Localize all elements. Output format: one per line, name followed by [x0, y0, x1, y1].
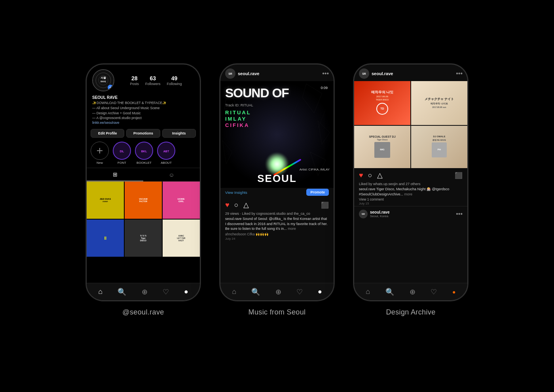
share-icon-3[interactable]: △: [377, 171, 383, 180]
post-thumb-3[interactable]: HOMEGIRL: [163, 182, 200, 219]
more-options-icon[interactable]: •••: [322, 70, 329, 77]
promote-button[interactable]: Promote: [306, 189, 329, 196]
story-highlights: New DL FONT BKL BOOKLET: [87, 140, 200, 168]
artist-list: RITUAL IMLAY CIFIKA: [225, 110, 251, 128]
add-nav-icon[interactable]: ⊕: [142, 288, 148, 296]
svg-marker-16: [310, 152, 326, 175]
heart-nav-icon-2[interactable]: ♡: [296, 288, 303, 296]
phone3-frame: SR seoul.rave ••• 매차우의 나잇 2017.08.06 TIG…: [353, 64, 468, 301]
thumb-img-4: II: [87, 220, 124, 257]
post-thumb-1[interactable]: ZED DIASEVENT: [87, 182, 124, 219]
edit-profile-button[interactable]: Edit Profile: [91, 129, 124, 138]
promotions-button[interactable]: Promotions: [126, 129, 160, 138]
svg-text:ABT: ABT: [163, 150, 169, 153]
artist-ritual: RITUAL: [225, 110, 251, 116]
bio-line3: — Design Archive + Good Music: [92, 111, 194, 116]
view-insights-link[interactable]: View Insights: [225, 190, 247, 195]
phone3-post-header: SR seoul.rave •••: [354, 64, 467, 81]
comment-icon-3[interactable]: ○: [368, 171, 372, 180]
following-stat: 49 Following: [167, 75, 182, 86]
next-post-header: SR seoul.rave Seoul, Korea •••: [359, 210, 463, 218]
post-thumb-2[interactable]: VACUUMFACTOR: [125, 182, 162, 219]
phone2-username: seoul.rave: [238, 71, 259, 76]
profile-nav-icon-3[interactable]: ●: [452, 289, 455, 295]
profile-nav-icon-2[interactable]: ●: [318, 288, 322, 296]
post-thumb-5[interactable]: Ti Ti TiTigerDISCO: [125, 220, 162, 257]
phone2-wrapper: SR seoul.rave •••: [220, 64, 334, 316]
about-highlight[interactable]: ABT ABOUT: [157, 142, 175, 165]
font-highlight[interactable]: DL FONT: [113, 142, 131, 165]
more-options-icon-3[interactable]: •••: [456, 70, 463, 77]
post-thumb-6[interactable]: ANNCLET YERHAZY: [163, 220, 200, 257]
likes-text: · Liked by cognoscenti.studio and the_ca…: [240, 212, 310, 216]
followers-count: 63: [150, 75, 156, 81]
profile-nav-icon[interactable]: ●: [184, 288, 188, 296]
comment-icon[interactable]: ○: [234, 201, 239, 209]
font-highlight-label: FONT: [118, 161, 126, 165]
phone1-wrapper: 서울 RAVE + 28 Posts: [86, 64, 201, 316]
next-post-dots[interactable]: •••: [456, 210, 463, 218]
phone2-label: Music from Seoul: [249, 308, 306, 316]
next-post-username: seoul.rave: [370, 210, 389, 214]
phone3-username: seoul.rave: [372, 71, 393, 76]
like-icon[interactable]: ♥: [225, 201, 230, 209]
tag-tab[interactable]: ☺: [143, 168, 200, 181]
profile-stats: 28 Posts 63 Followers 49 Following: [118, 75, 194, 86]
phone1-frame: 서울 RAVE + 28 Posts: [86, 64, 201, 301]
following-label: Following: [167, 82, 182, 86]
post-title: SOUND OF: [225, 87, 318, 99]
share-icon[interactable]: △: [243, 201, 249, 209]
profile-name: SEOUL RAVE: [92, 95, 194, 100]
phone3-label: Design Archive: [386, 308, 435, 316]
thumb-img-2: VACUUMFACTOR: [125, 182, 162, 219]
search-nav-icon-3[interactable]: 🔍: [385, 288, 394, 296]
like-icon-3[interactable]: ♥: [359, 171, 363, 180]
track-id-text: Track ID: RITUAL: [225, 103, 253, 107]
insights-promote-row: View Insights Promote: [220, 188, 334, 198]
more-link[interactable]: more: [288, 227, 296, 231]
phone3-wrapper: SR seoul.rave ••• 매차우의 나잇 2017.08.06 TIG…: [353, 64, 468, 316]
heart-nav-icon-3[interactable]: ♡: [431, 288, 437, 296]
add-nav-icon-3[interactable]: ⊕: [410, 288, 416, 296]
svg-line-19: [318, 109, 326, 129]
heart-nav-icon[interactable]: ♡: [163, 288, 169, 296]
bottom-nav-1: ⌂ 🔍 ⊕ ♡ ●: [87, 283, 200, 300]
phone2-frame: SR seoul.rave •••: [220, 64, 334, 301]
post3-comment[interactable]: View 1 comment: [359, 197, 463, 201]
avatar[interactable]: 서울 RAVE +: [92, 69, 114, 91]
thumb-img-1: ZED DIASEVENT: [87, 182, 124, 219]
bio-line4: — A @cognoscenti.studio project: [92, 116, 194, 121]
profile-header: 서울 RAVE + 28 Posts: [87, 64, 200, 94]
phones-container: 서울 RAVE + 28 Posts: [86, 64, 468, 316]
insights-button[interactable]: Insights: [162, 129, 196, 138]
grid-icon: ⊞: [113, 171, 118, 178]
home-nav-icon-3[interactable]: ⌂: [366, 288, 370, 296]
booklet-highlight[interactable]: BKL BOOKLET: [135, 142, 153, 165]
new-highlight-circle: [91, 142, 109, 160]
add-nav-icon-2[interactable]: ⊕: [275, 288, 281, 296]
save-icon-3[interactable]: ⬛: [455, 172, 463, 179]
post-thumb-4[interactable]: II: [87, 220, 124, 257]
grid-tab[interactable]: ⊞: [87, 168, 143, 181]
post3-more[interactable]: more: [404, 192, 413, 196]
views-likes-text: 29 views · Liked by cognoscenti.studio a…: [225, 212, 329, 216]
profile-bio: SEOUL RAVE ✨DOWNLOAD THE BOOKLET & TYPEF…: [87, 94, 200, 127]
bio-link[interactable]: linktr.ee/seoulrave: [92, 121, 194, 125]
home-nav-icon[interactable]: ⌂: [98, 288, 102, 296]
svg-text:RAVE: RAVE: [101, 80, 106, 83]
about-highlight-circle: ABT: [157, 142, 175, 160]
design-post-image: 매차우의 나잇 2017.08.06 TIGER DISCO TD メチャクチャ…: [354, 81, 467, 168]
bio-line2: — All about Seoul Underground Music Scen…: [92, 106, 194, 111]
search-nav-icon[interactable]: 🔍: [118, 288, 126, 296]
new-highlight[interactable]: New: [91, 142, 109, 165]
add-story-button[interactable]: +: [107, 84, 114, 91]
search-nav-icon-2[interactable]: 🔍: [251, 288, 260, 296]
svg-text:서울: 서울: [101, 76, 106, 79]
phone2-screen: SR seoul.rave •••: [220, 64, 334, 300]
design-card-3: SPECIAL GUEST DJ Tiger Disco IMG: [354, 126, 410, 168]
home-nav-icon-2[interactable]: ⌂: [232, 288, 236, 296]
svg-text:DL: DL: [120, 150, 124, 153]
save-icon[interactable]: ⬛: [321, 201, 329, 209]
video-timer: 0:09: [319, 85, 330, 91]
post-comment: ahncheolsoon Cifka 🙌🙌🙌: [225, 232, 329, 236]
